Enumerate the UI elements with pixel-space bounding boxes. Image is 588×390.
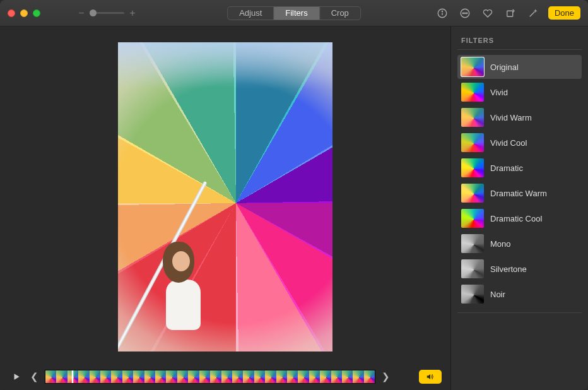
filter-label: Dramatic Warm: [490, 189, 547, 198]
timeline-frame[interactable]: [265, 370, 276, 383]
timeline-frame[interactable]: [276, 370, 287, 383]
timeline-frame[interactable]: [254, 370, 265, 383]
filter-thumbnail: [461, 209, 484, 228]
toolbar-right-group: Done: [435, 6, 580, 20]
timeline-frame[interactable]: [155, 370, 166, 383]
edit-mode-segmented-control: Adjust Filters Crop: [227, 6, 361, 20]
filter-item-dramcool[interactable]: Dramatic Cool: [457, 206, 582, 230]
timeline-frame[interactable]: [364, 370, 375, 383]
filter-item-dramwarm[interactable]: Dramatic Warm: [457, 181, 582, 205]
filter-label: Noir: [490, 290, 505, 299]
timeline-frame[interactable]: [210, 370, 221, 383]
zoom-track[interactable]: [90, 12, 124, 14]
minimize-window-button[interactable]: [20, 9, 28, 17]
timeline-frame[interactable]: [320, 370, 331, 383]
trim-end-handle[interactable]: ❯: [380, 371, 391, 382]
filter-item-cool[interactable]: Vivid Cool: [457, 131, 582, 155]
filters-sidebar: FILTERS OriginalVividVivid WarmVivid Coo…: [450, 27, 588, 390]
filter-thumbnail: [461, 285, 484, 304]
timeline-frame[interactable]: [342, 370, 353, 383]
trim-start-handle[interactable]: ❮: [29, 371, 40, 382]
segment-crop[interactable]: Crop: [320, 7, 360, 20]
timeline-frame[interactable]: [309, 370, 320, 383]
titlebar: − + Adjust Filters Crop Done: [0, 0, 588, 27]
sidebar-title: FILTERS: [461, 37, 582, 44]
timeline-frame[interactable]: [243, 370, 254, 383]
photo-viewport: [0, 27, 450, 367]
zoom-thumb[interactable]: [90, 9, 97, 16]
timeline-frame[interactable]: [90, 370, 100, 383]
timeline-frame[interactable]: [221, 370, 232, 383]
window-controls: [8, 9, 40, 17]
person-figure: [156, 239, 207, 327]
timeline-frame[interactable]: [111, 370, 122, 383]
filter-label: Vivid Cool: [490, 138, 527, 148]
timeline-frame[interactable]: [232, 370, 243, 383]
svg-point-5: [464, 13, 466, 14]
segment-filters[interactable]: Filters: [274, 7, 319, 20]
timeline-frame[interactable]: [56, 370, 67, 383]
timeline-frame[interactable]: [144, 370, 155, 383]
filter-thumbnail: [461, 158, 484, 177]
timeline-frame[interactable]: [188, 370, 199, 383]
timeline-frame[interactable]: [133, 370, 144, 383]
auto-enhance-icon[interactable]: [526, 6, 541, 20]
filter-item-dramatic[interactable]: Dramatic: [457, 156, 582, 180]
rotate-icon[interactable]: [503, 6, 518, 20]
video-timeline[interactable]: [45, 370, 375, 384]
svg-rect-7: [507, 11, 513, 16]
close-window-button[interactable]: [8, 9, 15, 17]
timeline-frame[interactable]: [122, 370, 133, 383]
zoom-slider[interactable]: − +: [77, 8, 137, 19]
timeline-frame[interactable]: [177, 370, 188, 383]
more-icon[interactable]: [457, 6, 473, 20]
filter-item-mono[interactable]: Mono: [457, 232, 582, 256]
canvas-area: ❮ ❯: [0, 27, 450, 390]
timeline-frame[interactable]: [166, 370, 177, 383]
filter-thumbnail: [461, 234, 484, 253]
content-area: ❮ ❯ FILTERS OriginalVividVivid WarmVivid…: [0, 27, 588, 390]
filter-thumbnail: [461, 133, 484, 152]
filter-label: Mono: [490, 239, 511, 249]
favorite-heart-icon[interactable]: [480, 6, 495, 20]
timeline-frame[interactable]: [199, 370, 210, 383]
filter-thumbnail: [461, 259, 484, 278]
timeline-frame[interactable]: [45, 370, 56, 383]
filter-item-original[interactable]: Original: [457, 55, 582, 79]
zoom-out-icon[interactable]: −: [77, 8, 86, 19]
info-icon[interactable]: [435, 6, 450, 20]
photo-preview[interactable]: [118, 42, 332, 352]
playhead[interactable]: [72, 370, 73, 384]
timeline-frame[interactable]: [353, 370, 363, 383]
zoom-in-icon[interactable]: +: [128, 8, 137, 19]
play-button[interactable]: [9, 370, 24, 383]
filter-item-noir[interactable]: Noir: [457, 282, 582, 306]
segment-adjust[interactable]: Adjust: [228, 7, 274, 20]
volume-button[interactable]: [419, 370, 442, 384]
timeline-frame[interactable]: [287, 370, 298, 383]
filter-label: Vivid: [490, 88, 508, 97]
filter-label: Dramatic Cool: [490, 214, 542, 223]
filter-item-vivid[interactable]: Vivid: [457, 80, 582, 104]
filter-thumbnail: [461, 184, 484, 203]
filter-thumbnail: [461, 108, 484, 127]
filter-label: Original: [490, 62, 519, 72]
timeline-frame[interactable]: [331, 370, 342, 383]
svg-point-2: [442, 11, 442, 11]
filter-label: Vivid Warm: [490, 113, 532, 122]
svg-point-6: [466, 13, 467, 14]
divider: [457, 312, 582, 313]
video-scrubber-row: ❮ ❯: [0, 367, 450, 390]
timeline-frame[interactable]: [298, 370, 309, 383]
done-button[interactable]: Done: [548, 6, 580, 20]
filter-item-warm[interactable]: Vivid Warm: [457, 105, 582, 129]
fullscreen-window-button[interactable]: [33, 9, 40, 17]
filter-list: OriginalVividVivid WarmVivid CoolDramati…: [457, 55, 582, 306]
timeline-frame[interactable]: [78, 370, 89, 383]
svg-point-4: [462, 13, 464, 14]
filter-item-silver[interactable]: Silvertone: [457, 257, 582, 281]
timeline-frame[interactable]: [100, 370, 111, 383]
divider: [457, 49, 582, 50]
filter-thumbnail: [461, 57, 484, 76]
filter-label: Dramatic: [490, 163, 523, 173]
